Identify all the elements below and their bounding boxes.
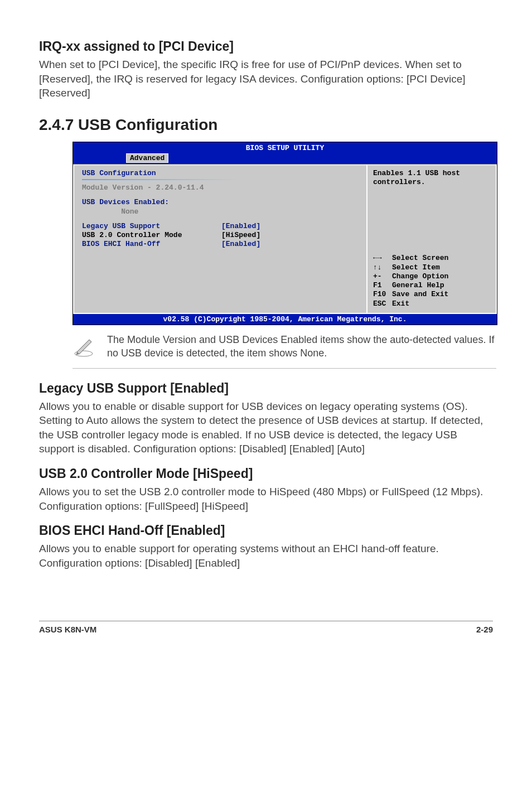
- heading-ehci: BIOS EHCI Hand-Off [Enabled]: [39, 523, 493, 538]
- footer-right: 2-29: [476, 625, 493, 634]
- nav-key: ↑↓: [373, 263, 392, 272]
- nav-key: ←→: [373, 254, 392, 263]
- heading-usb20-mode: USB 2.0 Controller Mode [HiSpeed]: [39, 466, 493, 481]
- bios-panel-title: USB Configuration: [82, 169, 359, 178]
- bios-tabrow: Advanced: [73, 153, 497, 164]
- footer-left: ASUS K8N-VM: [39, 625, 96, 634]
- bios-nav-block: ←→Select Screen ↑↓Select Item +-Change O…: [373, 254, 490, 308]
- pencil-icon: [72, 333, 95, 360]
- bios-setting-value: [Enabled]: [221, 222, 260, 230]
- bios-divider: [82, 179, 238, 180]
- bios-window: BIOS SETUP UTILITY Advanced USB Configur…: [72, 142, 497, 325]
- nav-desc: Select Item: [392, 263, 440, 272]
- bios-setting-row[interactable]: Legacy USB Support[Enabled]: [82, 222, 359, 231]
- bios-setting-value: [Enabled]: [221, 240, 260, 248]
- nav-desc: Exit: [392, 299, 409, 308]
- body-legacy-usb: Allows you to enable or disable support …: [39, 399, 493, 457]
- svg-marker-1: [77, 340, 91, 354]
- heading-legacy-usb: Legacy USB Support [Enabled]: [39, 381, 493, 396]
- bios-tab-advanced[interactable]: Advanced: [126, 153, 168, 163]
- bios-footer: v02.58 (C)Copyright 1985-2004, American …: [73, 314, 497, 325]
- nav-key: ESC: [373, 299, 392, 308]
- bios-setting-value: [HiSpeed]: [221, 231, 260, 239]
- bios-help-text: Enables 1.1 USB host controllers.: [373, 169, 490, 187]
- nav-desc: Change Option: [392, 272, 448, 281]
- bios-right-panel: Enables 1.1 USB host controllers. ←→Sele…: [366, 165, 497, 314]
- bios-setting-label: USB 2.0 Controller Mode: [82, 231, 221, 240]
- body-usb20-mode: Allows you to set the USB 2.0 controller…: [39, 485, 493, 513]
- note-block: The Module Version and USB Devices Enabl…: [72, 333, 496, 369]
- nav-key: F10: [373, 290, 392, 299]
- bios-setting-row[interactable]: BIOS EHCI Hand-Off[Enabled]: [82, 240, 359, 249]
- bios-module-version: Module Version - 2.24.0-11.4: [82, 183, 359, 192]
- bios-titlebar: BIOS SETUP UTILITY: [73, 142, 497, 153]
- nav-key: +-: [373, 272, 392, 281]
- nav-desc: Save and Exit: [392, 290, 448, 298]
- bios-devices-value-text: None: [121, 207, 138, 216]
- heading-usb-config: 2.4.7 USB Configuration: [39, 116, 493, 134]
- bios-setting-label: BIOS EHCI Hand-Off: [82, 240, 221, 249]
- bios-devices-value: None: [82, 207, 359, 216]
- bios-setting-label: Legacy USB Support: [82, 222, 221, 231]
- bios-left-panel: USB Configuration Module Version - 2.24.…: [73, 165, 366, 314]
- bios-setting-row[interactable]: USB 2.0 Controller Mode[HiSpeed]: [82, 231, 359, 240]
- page-footer: ASUS K8N-VM 2-29: [39, 621, 493, 634]
- bios-devices-label: USB Devices Enabled:: [82, 198, 359, 207]
- note-text: The Module Version and USB Devices Enabl…: [95, 333, 496, 360]
- body-irq: When set to [PCI Device], the specific I…: [39, 57, 493, 100]
- heading-irq: IRQ-xx assigned to [PCI Device]: [39, 39, 493, 54]
- body-ehci: Allows you to enable support for operati…: [39, 542, 493, 570]
- nav-key: F1: [373, 281, 392, 290]
- nav-desc: General Help: [392, 281, 444, 289]
- nav-desc: Select Screen: [392, 254, 448, 262]
